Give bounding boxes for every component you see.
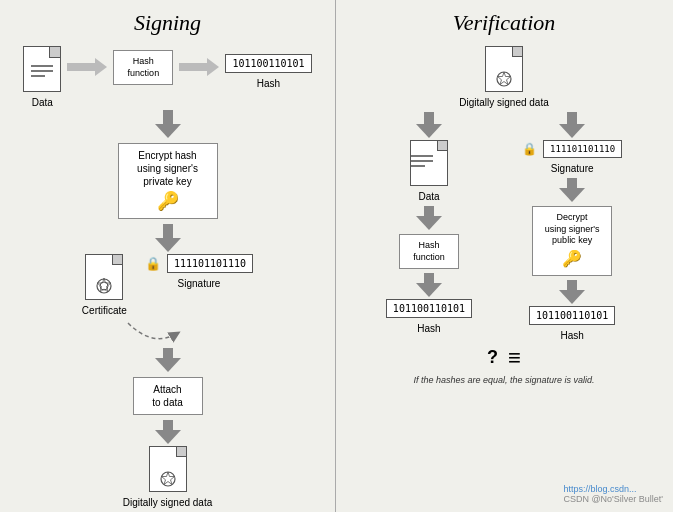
arrow-down-4 — [155, 420, 181, 444]
arrow-right-2 — [179, 58, 219, 76]
ver-arrow-body5 — [567, 280, 577, 290]
encrypt-col: Encrypt hashusing signer'sprivate key 🔑 — [118, 110, 218, 252]
arrow-right-1 — [67, 58, 107, 76]
ver-decrypt-box: Decryptusing signer'spublic key 🔑 — [532, 206, 612, 276]
ver-arrow-down-2 — [416, 206, 442, 230]
ver-sig-box: 111101101110 — [543, 140, 622, 158]
ver-line3 — [411, 165, 425, 167]
ver-arrow-body2 — [424, 206, 434, 216]
hash-value-col: 101100110101 Hash — [225, 54, 311, 89]
equals-sign: ≡ — [508, 345, 521, 371]
arrow-down-head4 — [155, 430, 181, 444]
dashed-curve — [113, 318, 193, 348]
signing-sig-box: 111101101110 — [167, 254, 253, 273]
arrow1 — [67, 58, 107, 76]
sig-row: 🔒 111101101110 — [145, 254, 253, 273]
ver-data-col: Data — [410, 140, 448, 202]
encrypt-box: Encrypt hashusing signer'sprivate key 🔑 — [118, 143, 218, 219]
signing-hash-box: 101100110101 — [225, 54, 311, 73]
cert-icon — [85, 254, 123, 300]
ver-hash2-label: Hash — [560, 330, 583, 341]
ver-arrow-body3 — [424, 273, 434, 283]
arrow-down-1 — [155, 110, 181, 138]
signing-row1: Data Hash function 10110 — [23, 46, 311, 108]
ver-split-arrows: Data Hash function 101100110101 Hash — [386, 112, 622, 341]
ver-data-fold — [437, 141, 447, 151]
ver-arrow-body4 — [567, 178, 577, 188]
encrypt-label: Encrypt hashusing signer'sprivate key — [137, 150, 198, 187]
ver-key-icon: 🔑 — [541, 249, 603, 270]
ver-equals-row: ? ≡ — [487, 345, 521, 371]
arrow-down-body2 — [163, 224, 173, 238]
signed-label: Digitally signed data — [123, 497, 213, 508]
arrow-down-head3 — [155, 358, 181, 372]
arrow-down-body3 — [163, 348, 173, 358]
ver-hash1-col: 101100110101 Hash — [386, 299, 472, 334]
cert-fold — [112, 255, 122, 265]
arrow-body2 — [179, 63, 207, 71]
ver-decrypt-label: Decryptusing signer'spublic key — [545, 212, 600, 245]
ver-hash-function-label: Hash function — [413, 240, 445, 262]
doc-line3 — [31, 75, 45, 77]
watermark: https://blog.csdn... CSDN @No'Silver Bul… — [563, 484, 663, 504]
cert-col: Certificate — [82, 254, 127, 316]
signed-doc-seal — [158, 469, 178, 489]
signing-section: Signing Data — [0, 0, 336, 512]
arrow-down-3 — [155, 348, 181, 372]
ver-signed-doc — [485, 46, 523, 92]
watermark-link: https://blog.csdn... — [563, 484, 663, 494]
ver-hash1-box: 101100110101 — [386, 299, 472, 318]
ver-signed-col: Digitally signed data — [459, 46, 549, 108]
ver-hash-function-box: Hash function — [399, 234, 459, 269]
dashed-arrow-area — [113, 318, 193, 348]
ver-fold — [512, 47, 522, 57]
ver-data-doc — [410, 140, 448, 186]
arrow2 — [179, 58, 219, 76]
hash-function-box-col: Hash function — [113, 50, 173, 85]
data-doc-icon — [23, 46, 61, 92]
ver-arrow-head5 — [559, 290, 585, 304]
ver-arrow-head-r — [559, 124, 585, 138]
ver-arrow-head4 — [559, 188, 585, 202]
verification-section: Verification Digitally signed data — [336, 0, 672, 512]
ver-doc-lines — [411, 155, 447, 167]
ver-hash1-label: Hash — [417, 323, 440, 334]
signed-doc-col: Digitally signed data — [123, 446, 213, 508]
signed-doc-icon — [149, 446, 187, 492]
ver-arrow-head3 — [416, 283, 442, 297]
doc-line1 — [31, 65, 53, 67]
data-label: Data — [32, 97, 53, 108]
validity-text: If the hashes are equal, the signature i… — [404, 375, 604, 385]
main-container: Signing Data — [0, 0, 673, 512]
ver-signed-label: Digitally signed data — [459, 97, 549, 108]
arrow-down-body4 — [163, 420, 173, 430]
cert-label: Certificate — [82, 305, 127, 316]
signing-title: Signing — [134, 10, 201, 36]
ver-seal — [494, 69, 514, 89]
question-mark: ? — [487, 347, 498, 368]
ver-arrow-head2 — [416, 216, 442, 230]
watermark-csdn: CSDN @No'Silver Bullet' — [563, 494, 663, 504]
attach-col: Attachto data — [133, 348, 203, 444]
arrow-body — [67, 63, 95, 71]
verification-title: Verification — [453, 10, 556, 36]
doc-line2 — [31, 70, 53, 72]
ver-arrow-down-left — [416, 112, 442, 138]
ver-sig-label: Signature — [551, 163, 594, 174]
ver-arrow-down-3 — [416, 273, 442, 297]
signed-doc-fold — [176, 447, 186, 457]
ver-arrow-down-right — [559, 112, 585, 138]
hash-function-box: Hash function — [113, 50, 173, 85]
arrow-down-2 — [155, 224, 181, 252]
ver-arrow-down-5 — [559, 280, 585, 304]
hash-label: Hash — [257, 78, 280, 89]
ver-arrow-body-l — [424, 112, 434, 124]
arrow-down-body1 — [163, 110, 173, 124]
arrow-head — [95, 58, 107, 76]
svg-point-0 — [97, 279, 111, 293]
ver-data-label: Data — [418, 191, 439, 202]
ver-right-path: 🔒 111101101110 Signature Decryptusing si… — [522, 112, 622, 341]
svg-point-5 — [497, 72, 511, 86]
ver-arrow-body-r — [567, 112, 577, 124]
ver-line1 — [411, 155, 433, 157]
